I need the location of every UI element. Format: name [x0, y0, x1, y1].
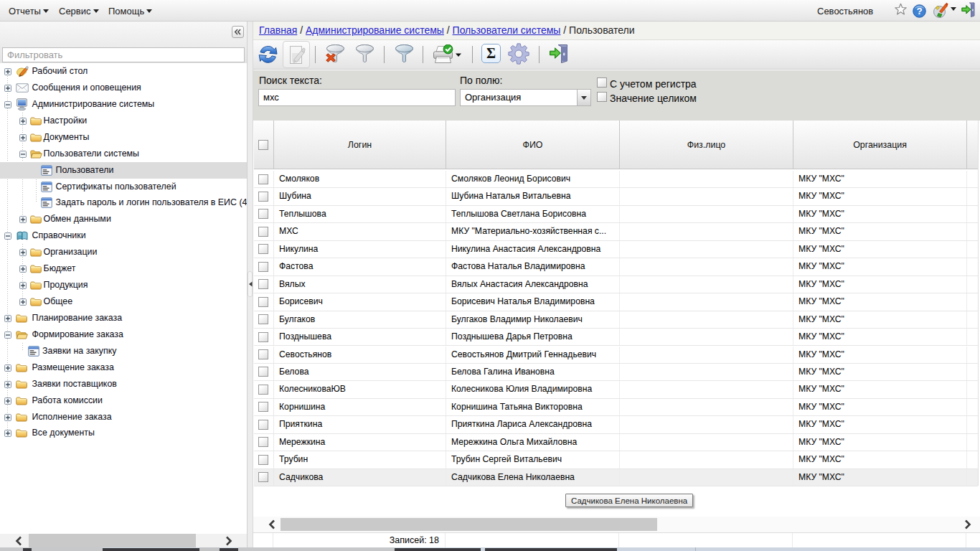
- svg-text:?: ?: [916, 6, 922, 17]
